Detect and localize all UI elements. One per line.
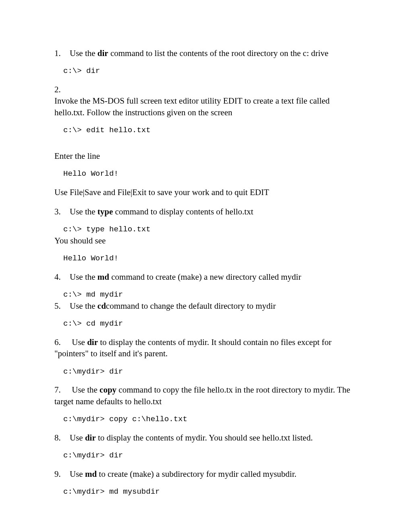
step-pre-text: Use (70, 433, 85, 443)
step-body: Use dir to display the contents of mydir… (70, 432, 357, 443)
code-block: c:\> type hello.txt (63, 224, 357, 235)
step-number: 4. (54, 271, 70, 283)
list-item: 8. Use dir to display the contents of my… (54, 432, 357, 443)
step-pre-text: Use the (70, 48, 98, 58)
step-bold: dir (85, 433, 96, 443)
list-item: 2. Invoke the MS-DOS full screen text ed… (54, 84, 357, 118)
step-body: Use the dir command to list the contents… (70, 48, 357, 59)
list-item: 1. Use the dir command to list the conte… (54, 48, 357, 59)
paragraph: Enter the line (54, 150, 357, 162)
step-pre-text: Use (72, 337, 87, 347)
step-number: 9. (54, 468, 70, 480)
list-item: 6. Use dir to display the contents of my… (54, 337, 357, 360)
step-number: 3. (54, 206, 70, 217)
step-post-text: to create (make) a subdirectory for mydi… (97, 469, 297, 479)
step-pre-text: Use the (70, 207, 98, 216)
list-item: 3. Use the type command to display conte… (54, 206, 357, 217)
step-bold: md (98, 272, 109, 282)
step-body: 7. Use the copy command to copy the file… (54, 384, 357, 407)
step-post-text: command to display contents of hello.txt (113, 207, 253, 216)
step-number: 8. (54, 432, 70, 443)
code-block: c:\> cd mydir (63, 319, 357, 329)
paragraph: You should see (54, 235, 357, 246)
step-body: Use the cdcommand to change the default … (70, 300, 357, 312)
step-body: Use md to create (make) a subdirectory f… (70, 468, 357, 480)
step-body: Use the type command to display contents… (70, 206, 357, 217)
list-item: 9. Use md to create (make) a subdirector… (54, 468, 357, 480)
step-body: Use the md command to create (make) a ne… (70, 271, 357, 283)
step-pre-text: Use the (70, 301, 98, 311)
step-body: 2. Invoke the MS-DOS full screen text ed… (54, 84, 357, 118)
step-pre-text: Use the (70, 272, 98, 282)
code-block: c:\> edit hello.txt (63, 125, 357, 136)
code-block: Hello World! (63, 254, 357, 264)
code-block: c:\mydir> copy c:\hello.txt (63, 414, 357, 425)
code-block: Hello World! (63, 169, 357, 179)
list-item: 4. Use the md command to create (make) a… (54, 271, 357, 283)
list-item: 5. Use the cdcommand to change the defau… (54, 300, 357, 312)
step-post-text: command to create (make) a new directory… (109, 272, 301, 282)
step-bold: dir (98, 48, 108, 58)
code-block: c:\mydir> dir (63, 367, 357, 377)
step-bold: type (98, 207, 113, 216)
step-bold: cd (98, 301, 106, 311)
code-block: c:\> dir (63, 66, 357, 77)
paragraph: Use File|Save and File|Exit to save your… (54, 187, 357, 198)
step-pre-text: Use (70, 469, 85, 479)
step-bold: copy (100, 385, 116, 395)
step-body: 6. Use dir to display the contents of my… (54, 337, 357, 360)
step-post-text: command to change the default directory … (106, 301, 276, 311)
step-post-text: command to list the contents of the root… (108, 48, 328, 58)
code-block: c:\mydir> md mysubdir (63, 487, 357, 497)
list-item: 7. Use the copy command to copy the file… (54, 384, 357, 407)
step-bold: dir (87, 337, 98, 347)
step-text: Invoke the MS-DOS full screen text edito… (54, 96, 330, 117)
code-block: c:\> md mydir (63, 290, 357, 300)
step-bold: md (85, 469, 97, 479)
step-number: 5. (54, 300, 70, 312)
step-pre-text: Use the (72, 385, 100, 395)
step-post-text: to display the contents of mydir. You sh… (96, 433, 313, 443)
step-number: 1. (54, 48, 70, 59)
code-block: c:\mydir> dir (63, 451, 357, 461)
